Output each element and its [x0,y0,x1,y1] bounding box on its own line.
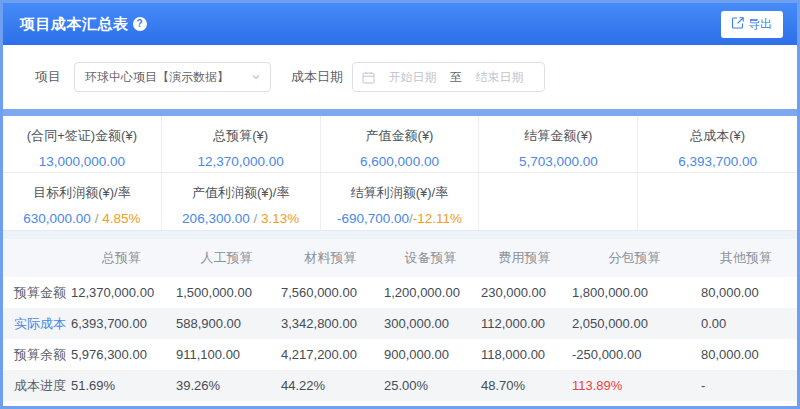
stat-empty-cell [638,173,797,230]
date-separator: 至 [448,69,464,86]
table-cell: 0.00 [699,316,793,331]
stat-total-cost: 总成本(¥) 6,393,700.00 [638,116,797,172]
table-cell: 118,000.00 [479,347,570,362]
project-select-value: 环球中心项目【演示数据】 [85,69,229,86]
table-header-row: 总预算 人工预算 材料预算 设备预算 费用预算 分包预算 其他预算 [3,239,797,277]
stat-label: 结算金额(¥) [483,127,633,145]
section-gap [3,231,797,239]
stat-value: 5,703,000.00 [483,154,633,169]
page-title: 项目成本汇总表 [20,15,129,34]
table-cell: 911,100.00 [174,347,279,362]
table-row-actual-cost: 实际成本 6,393,700.00 588,900.00 3,342,800.0… [3,308,797,339]
table-row-budget-balance: 预算余额 5,976,300.00 911,100.00 4,217,200.0… [3,339,797,370]
app-window: 项目成本汇总表 ? 导出 项目 环球中心项目【演示数据】 成本日期 [0,0,800,409]
column-header: 总预算 [69,249,174,267]
table-cell: 900,000.00 [382,347,479,362]
stat-empty-cell [479,173,638,230]
table-cell: 4,217,200.00 [279,347,382,362]
table-row-cost-progress: 成本进度 51.69% 39.26% 44.22% 25.00% 48.70% … [3,370,797,401]
stat-value: 6,393,700.00 [642,154,793,169]
stat-value: 13,000,000.00 [7,154,157,169]
table-cell: 1,800,000.00 [570,285,699,300]
table-cell: 48.70% [479,378,570,393]
project-filter-label: 项目 [35,68,61,86]
cost-breakdown-table: 总预算 人工预算 材料预算 设备预算 费用预算 分包预算 其他预算 预算金额 1… [3,239,797,401]
table-cell: 1,200,000.00 [382,285,479,300]
filter-bar: 项目 环球中心项目【演示数据】 成本日期 开始日期 至 结束日期 [3,45,797,109]
stat-value: 206,300.00 / 3.13% [166,211,316,226]
table-cell-over-budget: 113.89% [570,378,699,393]
table-cell: 80,000.00 [699,347,793,362]
help-icon[interactable]: ? [133,17,147,31]
table-cell: 25.00% [382,378,479,393]
chevron-down-icon [251,72,261,82]
summary-panel: (合同+签证)金额(¥) 13,000,000.00 总预算(¥) 12,370… [3,116,797,231]
stat-label: 结算利润额(¥)/率 [325,184,475,202]
table-cell: 3,342,800.00 [279,316,382,331]
top-bar: 项目成本汇总表 ? 导出 [3,3,797,45]
summary-row-profits: 目标利润额(¥)/率 630,000.00 / 4.85% 产值利润额(¥)/率… [3,173,797,230]
table-cell: 300,000.00 [382,316,479,331]
stat-value: 6,600,000.00 [325,154,475,169]
stat-output-profit: 产值利润额(¥)/率 206,300.00 / 3.13% [162,173,321,230]
export-icon [732,17,744,32]
stat-contract-amount: (合同+签证)金额(¥) 13,000,000.00 [3,116,162,172]
export-button[interactable]: 导出 [721,11,783,38]
table-cell: 588,900.00 [174,316,279,331]
table-cell: 80,000.00 [699,285,793,300]
table-cell: 1,500,000.00 [174,285,279,300]
column-header: 设备预算 [382,249,479,267]
stat-output-amount: 产值金额(¥) 6,600,000.00 [321,116,480,172]
stat-value: -690,700.00/-12.11% [325,211,475,226]
cost-date-label: 成本日期 [291,68,343,86]
summary-row-amounts: (合同+签证)金额(¥) 13,000,000.00 总预算(¥) 12,370… [3,116,797,173]
project-select[interactable]: 环球中心项目【演示数据】 [74,62,271,92]
table-cell: 112,000.00 [479,316,570,331]
column-header: 人工预算 [174,249,279,267]
table-cell: 12,370,000.00 [69,285,174,300]
stat-label: 产值利润额(¥)/率 [166,184,316,202]
stat-label: (合同+签证)金额(¥) [7,127,157,145]
stat-settlement-profit: 结算利润额(¥)/率 -690,700.00/-12.11% [321,173,480,230]
table-cell: 7,560,000.00 [279,285,382,300]
stat-target-profit: 目标利润额(¥)/率 630,000.00 / 4.85% [3,173,162,230]
stat-settlement-amount: 结算金额(¥) 5,703,000.00 [479,116,638,172]
start-date-placeholder: 开始日期 [377,69,448,86]
table-cell: 6,393,700.00 [69,316,174,331]
stat-value: 12,370,000.00 [166,154,316,169]
blue-divider [3,109,797,116]
table-cell: 230,000.00 [479,285,570,300]
stat-label: 总成本(¥) [642,127,793,145]
column-header: 费用预算 [479,249,570,267]
row-label[interactable]: 实际成本 [11,315,69,333]
stat-label: 产值金额(¥) [325,127,475,145]
cost-date-range-input[interactable]: 开始日期 至 结束日期 [352,62,545,92]
calendar-icon [362,71,375,84]
row-label: 成本进度 [11,377,69,395]
column-header: 材料预算 [279,249,382,267]
table-cell: 5,976,300.00 [69,347,174,362]
column-header: 分包预算 [570,249,699,267]
stat-total-budget: 总预算(¥) 12,370,000.00 [162,116,321,172]
column-header: 其他预算 [699,249,793,267]
table-row-budget-amount: 预算金额 12,370,000.00 1,500,000.00 7,560,00… [3,277,797,308]
table-cell: 2,050,000.00 [570,316,699,331]
stat-label: 目标利润额(¥)/率 [7,184,157,202]
table-cell: 39.26% [174,378,279,393]
end-date-placeholder: 结束日期 [464,69,535,86]
row-label: 预算余额 [11,346,69,364]
stat-value: 630,000.00 / 4.85% [7,211,157,226]
table-cell: - [699,378,793,393]
stat-label: 总预算(¥) [166,127,316,145]
table-cell: 44.22% [279,378,382,393]
table-cell: 51.69% [69,378,174,393]
row-label: 预算金额 [11,284,69,302]
export-button-label: 导出 [748,16,772,33]
table-cell: -250,000.00 [570,347,699,362]
